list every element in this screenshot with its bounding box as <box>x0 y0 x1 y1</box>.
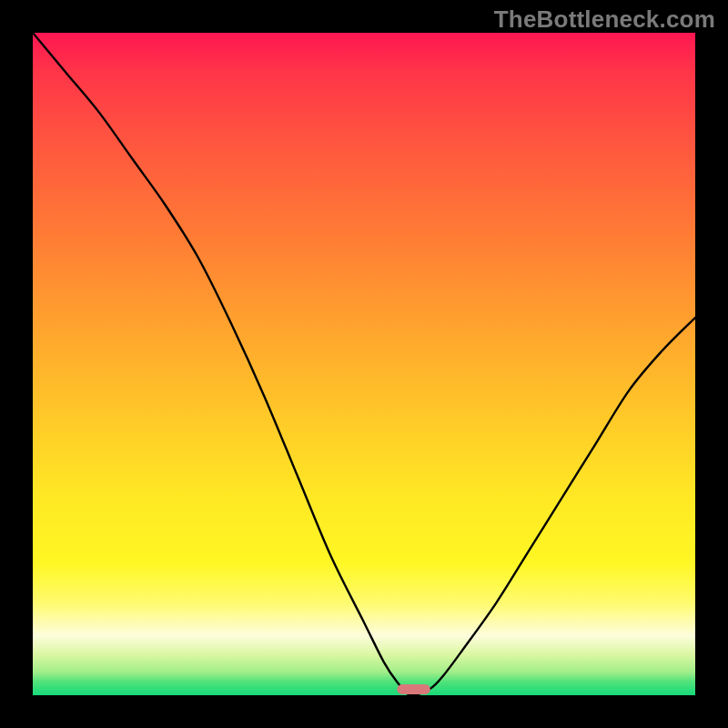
watermark-text: TheBottleneck.com <box>494 5 715 34</box>
optimum-marker <box>397 684 430 694</box>
plot-area <box>33 33 695 695</box>
bottleneck-curve <box>33 33 695 695</box>
chart-frame: TheBottleneck.com <box>0 0 728 728</box>
chart-svg <box>33 33 695 695</box>
